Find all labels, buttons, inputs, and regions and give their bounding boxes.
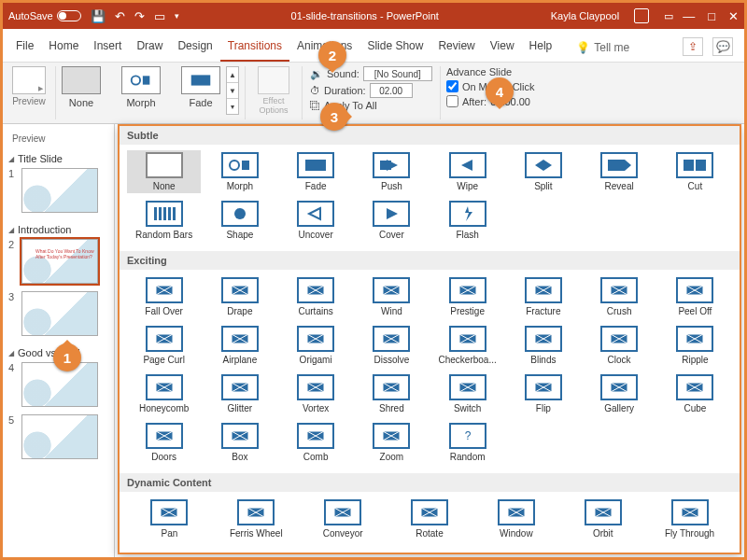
tab-transitions[interactable]: Transitions	[220, 34, 289, 62]
section-header[interactable]: Introduction	[5, 218, 112, 237]
transition-doors[interactable]: Doors	[127, 421, 201, 464]
gallery-scroll[interactable]: ▲ ▼ ▾	[226, 66, 239, 115]
gallery-item-morph[interactable]: Morph	[121, 66, 161, 108]
transition-honeycomb[interactable]: Honeycomb	[127, 372, 201, 415]
transition-flash[interactable]: Flash	[430, 199, 504, 242]
transition-clock[interactable]: Clock	[583, 324, 656, 367]
transition-pagecurl[interactable]: Page Curl	[127, 324, 201, 367]
transition-fade[interactable]: Fade	[279, 150, 353, 193]
gallery-item-fade[interactable]: Fade	[181, 66, 220, 108]
tab-help[interactable]: Help	[522, 34, 560, 62]
tab-file[interactable]: File	[8, 34, 41, 62]
user-avatar-icon[interactable]	[634, 8, 649, 23]
transition-dissolve[interactable]: Dissolve	[355, 324, 429, 367]
transition-curtains[interactable]: Curtains	[279, 275, 353, 318]
transition-box[interactable]: Box	[203, 421, 276, 464]
transition-gallery[interactable]: Gallery	[583, 372, 656, 415]
transition-cut[interactable]: Cut	[658, 150, 732, 193]
transition-switch[interactable]: Switch	[430, 372, 504, 415]
transition-peeloff[interactable]: Peel Off	[658, 275, 732, 318]
tab-insert[interactable]: Insert	[86, 34, 129, 62]
autosave-switch-icon[interactable]	[57, 10, 81, 21]
transition-flythrough[interactable]: Fly Through	[647, 497, 732, 540]
after-input[interactable]	[446, 95, 458, 107]
tab-review[interactable]: Review	[430, 34, 482, 62]
transition-cube[interactable]: Cube	[658, 372, 732, 415]
slide-thumbnail[interactable]	[21, 291, 98, 336]
comments-button[interactable]: 💬	[712, 37, 733, 56]
transition-origami[interactable]: Origami	[279, 324, 353, 367]
ribbon-options-icon[interactable]: ▭	[664, 10, 673, 22]
transition-fallover[interactable]: Fall Over	[127, 275, 201, 318]
transition-pan[interactable]: Pan	[127, 497, 212, 540]
transition-crush[interactable]: Crush	[583, 275, 656, 318]
slide-thumbnail[interactable]: What Do You Want To Know After Today's P…	[21, 239, 98, 284]
duration-input[interactable]: 02.00	[370, 83, 413, 98]
tell-me-search[interactable]: 💡 Tell me	[569, 35, 637, 62]
transition-fracture[interactable]: Fracture	[506, 275, 580, 318]
tab-slide-show[interactable]: Slide Show	[359, 34, 430, 62]
transition-split[interactable]: Split	[506, 150, 580, 193]
on-mouse-click-input[interactable]	[446, 80, 458, 92]
transition-wipe[interactable]: Wipe	[430, 150, 504, 193]
transition-glitter[interactable]: Glitter	[203, 372, 276, 415]
transition-drape[interactable]: Drape	[203, 275, 276, 318]
transition-conveyor[interactable]: Conveyor	[301, 497, 386, 540]
gallery-more-icon[interactable]: ▾	[227, 99, 238, 114]
transition-airplane[interactable]: Airplane	[203, 324, 276, 367]
save-icon[interactable]: 💾	[91, 9, 106, 23]
transition-ferris[interactable]: Ferris Wheel	[214, 497, 299, 540]
transition-flip[interactable]: Flip	[506, 372, 580, 415]
undo-icon[interactable]: ↶	[115, 9, 125, 23]
transition-prestige[interactable]: Prestige	[430, 275, 504, 318]
transition-blinds[interactable]: Blinds	[506, 324, 580, 367]
shred-icon	[373, 374, 410, 400]
transition-zoom[interactable]: Zoom	[355, 421, 429, 464]
transition-label: Drape	[227, 306, 252, 316]
slide-thumb-row[interactable]: 2What Do You Want To Know After Today's …	[5, 237, 112, 289]
redo-icon[interactable]: ↷	[134, 9, 145, 23]
slide-thumbnail[interactable]	[21, 414, 98, 459]
transition-window[interactable]: Window	[473, 497, 558, 540]
share-button[interactable]: ⇪	[683, 37, 703, 56]
transition-label: Conveyor	[323, 528, 363, 539]
transition-reveal[interactable]: Reveal	[583, 150, 656, 193]
transition-checker[interactable]: Checkerboa...	[430, 324, 504, 367]
transition-cover[interactable]: Cover	[355, 199, 429, 242]
tab-home[interactable]: Home	[41, 34, 86, 62]
slide-thumb-row[interactable]: 3	[5, 289, 112, 342]
autosave-toggle[interactable]: AutoSave	[8, 10, 81, 21]
preview-button[interactable]: Preview	[12, 66, 46, 106]
transition-wind[interactable]: Wind	[355, 275, 429, 318]
sound-select[interactable]: [No Sound]	[363, 66, 432, 81]
transition-push[interactable]: Push	[355, 150, 429, 193]
section-header[interactable]: Title Slide	[5, 147, 112, 166]
transition-morph[interactable]: Morph	[203, 150, 276, 193]
transition-ripple[interactable]: Ripple	[658, 324, 732, 367]
transition-orbit[interactable]: Orbit	[560, 497, 645, 540]
tab-design[interactable]: Design	[170, 34, 219, 62]
transition-randombars[interactable]: Random Bars	[127, 199, 201, 242]
minimize-icon[interactable]: —	[683, 9, 695, 23]
transition-random[interactable]: ?Random	[430, 421, 504, 464]
maximize-icon[interactable]: □	[708, 9, 715, 23]
gallery-up-icon[interactable]: ▲	[227, 67, 238, 83]
slide-thumbnail[interactable]	[21, 168, 98, 213]
slide-thumb-row[interactable]: 5	[5, 413, 112, 465]
gallery-item-none[interactable]: None	[62, 66, 101, 108]
transition-shape[interactable]: Shape	[203, 199, 276, 242]
gallery-down-icon[interactable]: ▼	[227, 83, 238, 99]
transition-none[interactable]: None	[127, 150, 201, 193]
transition-rotate[interactable]: Rotate	[388, 497, 472, 540]
start-show-icon[interactable]: ▭	[154, 9, 165, 23]
tab-draw[interactable]: Draw	[129, 34, 170, 62]
gallery-item-label: Fade	[189, 97, 212, 108]
user-name[interactable]: Kayla Claypool	[551, 10, 619, 21]
transition-shred[interactable]: Shred	[355, 372, 429, 415]
transition-uncover[interactable]: Uncover	[279, 199, 353, 242]
tab-view[interactable]: View	[483, 34, 522, 62]
slide-thumb-row[interactable]: 1	[5, 166, 112, 218]
transition-comb[interactable]: Comb	[279, 421, 353, 464]
close-icon[interactable]: ✕	[728, 9, 739, 23]
transition-vortex[interactable]: Vortex	[279, 372, 353, 415]
